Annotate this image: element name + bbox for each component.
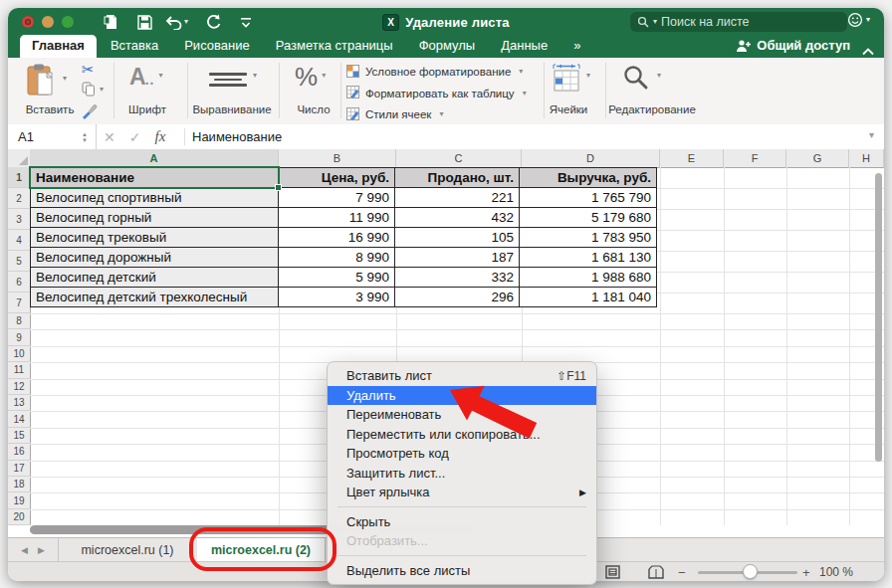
table-cell[interactable]: 1 681 130 xyxy=(520,248,657,268)
row-header-18[interactable]: 18 xyxy=(8,477,31,492)
formula-content[interactable]: Наименование xyxy=(192,124,282,149)
menu-item-удалить[interactable]: Удалить xyxy=(328,386,596,406)
table-cell[interactable]: 332 xyxy=(395,268,520,288)
table-cell[interactable]: Велосипед трековый xyxy=(31,228,279,248)
table-cell[interactable]: 11 990 xyxy=(279,208,395,228)
normal-view-button[interactable] xyxy=(605,565,620,581)
ribbon-tab-2[interactable]: Вставка xyxy=(99,35,170,58)
menu-item-защитить-лист-[interactable]: Защитить лист... xyxy=(328,464,596,484)
prev-sheet-arrow[interactable]: ◀ xyxy=(21,545,28,555)
select-all-corner[interactable] xyxy=(8,149,31,168)
table-cell[interactable]: 1 988 680 xyxy=(520,268,657,288)
copy-button[interactable]: ▾ xyxy=(82,82,104,97)
table-cell[interactable]: 5 990 xyxy=(279,268,395,288)
table-cell[interactable]: Велосипед спортивный xyxy=(31,188,279,208)
row-header-20[interactable]: 20 xyxy=(8,509,31,525)
row-header-16[interactable]: 16 xyxy=(8,444,31,460)
row-header-4[interactable]: 4 xyxy=(8,230,31,251)
sheet-search-input[interactable]: ▾ Поиск на листе xyxy=(630,12,847,32)
table-cell[interactable]: Велосипед детский xyxy=(31,268,279,288)
column-header-C[interactable]: C xyxy=(396,149,522,168)
table-header-cell[interactable]: Продано, шт. xyxy=(395,168,520,188)
row-header-7[interactable]: 7 xyxy=(8,293,31,313)
vertical-scrollbar[interactable] xyxy=(875,173,882,462)
row-header-8[interactable]: 8 xyxy=(8,313,31,329)
menu-item-выделить-все-листы[interactable]: Выделить все листы xyxy=(328,561,596,581)
next-sheet-arrow[interactable]: ▶ xyxy=(38,545,45,555)
number-format-button[interactable]: % ▾ xyxy=(295,62,326,93)
table-cell[interactable]: 1 765 790 xyxy=(520,188,657,208)
column-header-A[interactable]: A xyxy=(30,149,279,168)
row-header-1[interactable]: 1 xyxy=(8,167,31,188)
table-cell[interactable]: 8 990 xyxy=(279,248,395,268)
menu-item-просмотреть-код[interactable]: Просмотреть код xyxy=(328,444,596,464)
table-cell[interactable]: 5 179 680 xyxy=(520,208,657,228)
format-painter-button[interactable] xyxy=(82,103,98,123)
row-header-3[interactable]: 3 xyxy=(8,209,31,230)
confirm-entry-icon[interactable]: ✓ xyxy=(129,129,141,145)
expand-formula-bar-chevron[interactable]: ▾ xyxy=(869,129,874,140)
paste-button[interactable]: ▾ xyxy=(26,63,67,98)
copy-dropdown-caret[interactable]: ▾ xyxy=(100,86,104,94)
feedback-smiley-button[interactable]: ▾ xyxy=(847,12,870,28)
zoom-out-button[interactable]: − xyxy=(678,565,686,580)
sheet-tab-1[interactable]: microexcel.ru (1) xyxy=(58,538,198,562)
table-cell[interactable]: 16 990 xyxy=(279,228,395,248)
table-cell[interactable]: Велосипед горный xyxy=(31,208,279,228)
cell-styles-button[interactable]: Стили ячеек▾ xyxy=(346,106,443,122)
alignment-dropdown-caret[interactable]: ▾ xyxy=(253,72,257,90)
table-cell[interactable]: 187 xyxy=(395,248,520,268)
row-header-10[interactable]: 10 xyxy=(8,346,31,362)
font-dropdown-caret[interactable]: ▾ xyxy=(158,72,162,91)
menu-item-скрыть[interactable]: Скрыть xyxy=(328,512,596,532)
menu-item-переместить-или-скопировать-[interactable]: Переместить или скопировать... xyxy=(328,425,596,445)
share-button[interactable]: Общий доступ xyxy=(736,38,850,53)
menu-item-переименовать[interactable]: Переименовать xyxy=(328,405,596,425)
menu-item-цвет-ярлычка[interactable]: Цвет ярлычка▶ xyxy=(328,483,596,502)
editing-button[interactable]: ▾ xyxy=(621,64,661,92)
row-header-2[interactable]: 2 xyxy=(8,188,31,209)
ribbon-tab-5[interactable]: Формулы xyxy=(407,35,488,58)
insert-function-icon[interactable]: fx xyxy=(154,128,165,145)
row-header-17[interactable]: 17 xyxy=(8,461,31,477)
table-cell[interactable]: 221 xyxy=(395,188,520,208)
smiley-dropdown-caret[interactable]: ▾ xyxy=(866,16,870,24)
editing-dropdown-caret[interactable]: ▾ xyxy=(657,72,661,92)
cells-dropdown-caret[interactable]: ▾ xyxy=(586,72,590,94)
ribbon-tab-7[interactable]: » xyxy=(561,35,592,58)
table-cell[interactable]: 1 783 950 xyxy=(520,228,657,248)
table-cell[interactable]: 7 990 xyxy=(279,188,395,208)
dropdown-caret[interactable]: ▾ xyxy=(439,110,443,118)
ribbon-tab-6[interactable]: Данные xyxy=(489,35,559,58)
column-header-H[interactable]: H xyxy=(849,149,884,168)
name-box[interactable]: A1 ▲▼ xyxy=(8,124,97,149)
row-header-5[interactable]: 5 xyxy=(8,251,31,272)
page-layout-view-button[interactable] xyxy=(648,565,664,581)
zoom-slider-thumb[interactable] xyxy=(743,564,758,579)
ribbon-tab-4[interactable]: Разметка страницы xyxy=(264,35,405,58)
table-cell[interactable]: 105 xyxy=(395,228,520,248)
ribbon-tab-1[interactable]: Главная xyxy=(20,35,97,58)
cells-button[interactable]: ▾ xyxy=(552,62,590,94)
table-cell[interactable]: 296 xyxy=(395,288,520,307)
table-header-cell[interactable]: Цена, руб. xyxy=(279,168,395,188)
ribbon-tab-3[interactable]: Рисование xyxy=(172,35,261,58)
column-header-G[interactable]: G xyxy=(786,149,849,168)
table-cell[interactable]: 1 181 040 xyxy=(520,288,657,307)
table-cell[interactable]: Велосипед дорожный xyxy=(31,248,279,268)
row-header-9[interactable]: 9 xyxy=(8,329,31,345)
dropdown-caret[interactable]: ▾ xyxy=(519,68,523,76)
cut-button[interactable]: ✂ xyxy=(82,61,95,79)
row-header-6[interactable]: 6 xyxy=(8,272,31,293)
column-header-D[interactable]: D xyxy=(522,149,660,168)
row-header-19[interactable]: 19 xyxy=(8,492,31,508)
table-cell[interactable]: 3 990 xyxy=(279,288,395,307)
row-header-13[interactable]: 13 xyxy=(8,395,31,411)
cancel-entry-icon[interactable]: ✕ xyxy=(104,129,115,145)
row-header-15[interactable]: 15 xyxy=(8,428,31,444)
row-header-11[interactable]: 11 xyxy=(8,362,31,378)
conditional-formatting-button[interactable]: Условное форматирование▾ xyxy=(346,64,523,80)
column-header-B[interactable]: B xyxy=(279,149,396,168)
column-header-E[interactable]: E xyxy=(660,149,724,168)
dropdown-caret[interactable]: ▾ xyxy=(523,90,527,98)
